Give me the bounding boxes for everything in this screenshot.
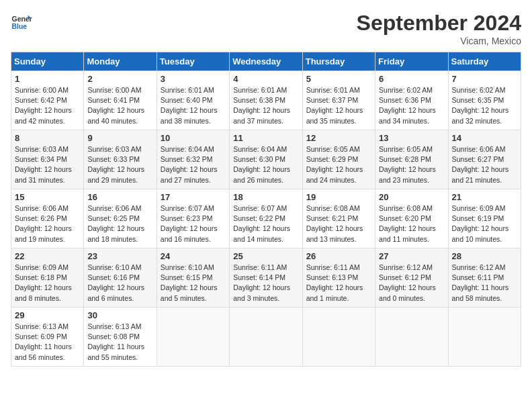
day-number: 22 [15,251,80,261]
day-info: Sunrise: 6:05 AMSunset: 6:29 PMDaylight:… [306,144,371,185]
day-info: Sunrise: 6:00 AMSunset: 6:41 PMDaylight:… [87,85,152,126]
calendar-cell: 1Sunrise: 6:00 AMSunset: 6:42 PMDaylight… [11,71,84,130]
day-number: 1 [15,74,80,84]
day-number: 5 [306,74,371,84]
day-info: Sunrise: 6:07 AMSunset: 6:23 PMDaylight:… [161,203,226,244]
calendar-cell: 11Sunrise: 6:04 AMSunset: 6:30 PMDayligh… [230,130,302,189]
calendar-row: 15Sunrise: 6:06 AMSunset: 6:26 PMDayligh… [11,189,521,248]
day-info: Sunrise: 6:03 AMSunset: 6:33 PMDaylight:… [87,144,152,185]
day-info: Sunrise: 6:01 AMSunset: 6:38 PMDaylight:… [233,85,298,126]
svg-text:Blue: Blue [12,23,28,30]
calendar-cell: 27Sunrise: 6:12 AMSunset: 6:12 PMDayligh… [375,248,448,308]
day-number: 28 [452,251,517,261]
day-info: Sunrise: 6:09 AMSunset: 6:19 PMDaylight:… [452,203,517,244]
day-number: 18 [233,192,298,202]
calendar-cell: 12Sunrise: 6:05 AMSunset: 6:29 PMDayligh… [302,130,375,189]
calendar-cell: 28Sunrise: 6:12 AMSunset: 6:11 PMDayligh… [448,248,521,308]
calendar-cell: 24Sunrise: 6:10 AMSunset: 6:15 PMDayligh… [157,248,229,308]
day-info: Sunrise: 6:06 AMSunset: 6:26 PMDaylight:… [15,203,80,244]
day-number: 19 [306,192,371,202]
calendar-cell: 8Sunrise: 6:03 AMSunset: 6:34 PMDaylight… [11,130,84,189]
calendar-cell: 25Sunrise: 6:11 AMSunset: 6:14 PMDayligh… [230,248,302,308]
day-number: 15 [15,192,80,202]
day-info: Sunrise: 6:02 AMSunset: 6:36 PMDaylight:… [379,85,444,126]
calendar-cell [302,308,375,367]
day-info: Sunrise: 6:04 AMSunset: 6:32 PMDaylight:… [161,144,226,185]
day-number: 27 [379,251,444,261]
col-saturday: Saturday [448,52,521,71]
calendar-cell: 26Sunrise: 6:11 AMSunset: 6:13 PMDayligh… [302,248,375,308]
calendar-cell: 18Sunrise: 6:07 AMSunset: 6:22 PMDayligh… [230,189,302,248]
day-info: Sunrise: 6:07 AMSunset: 6:22 PMDaylight:… [233,203,298,244]
day-number: 25 [233,251,298,261]
day-number: 16 [87,192,152,202]
calendar-row: 8Sunrise: 6:03 AMSunset: 6:34 PMDaylight… [11,130,521,189]
day-number: 20 [379,192,444,202]
col-friday: Friday [375,52,448,71]
day-info: Sunrise: 6:13 AMSunset: 6:09 PMDaylight:… [15,322,80,363]
day-info: Sunrise: 6:06 AMSunset: 6:25 PMDaylight:… [87,203,152,244]
col-tuesday: Tuesday [157,52,229,71]
day-info: Sunrise: 6:12 AMSunset: 6:12 PMDaylight:… [379,263,444,304]
day-info: Sunrise: 6:02 AMSunset: 6:35 PMDaylight:… [452,85,517,126]
day-number: 14 [452,133,517,143]
day-number: 10 [161,133,226,143]
calendar-cell: 21Sunrise: 6:09 AMSunset: 6:19 PMDayligh… [448,189,521,248]
calendar-cell [230,308,302,367]
calendar-cell: 14Sunrise: 6:06 AMSunset: 6:27 PMDayligh… [448,130,521,189]
header: General Blue September 2024 Vicam, Mexic… [11,11,521,46]
day-info: Sunrise: 6:01 AMSunset: 6:37 PMDaylight:… [306,85,371,126]
calendar-cell: 5Sunrise: 6:01 AMSunset: 6:37 PMDaylight… [302,71,375,130]
logo-icon: General Blue [11,11,32,32]
calendar-cell: 13Sunrise: 6:05 AMSunset: 6:28 PMDayligh… [375,130,448,189]
calendar-cell: 23Sunrise: 6:10 AMSunset: 6:16 PMDayligh… [84,248,157,308]
month-title: September 2024 [357,11,521,36]
calendar-cell: 20Sunrise: 6:08 AMSunset: 6:20 PMDayligh… [375,189,448,248]
day-info: Sunrise: 6:04 AMSunset: 6:30 PMDaylight:… [233,144,298,185]
day-number: 9 [87,133,152,143]
calendar-cell: 17Sunrise: 6:07 AMSunset: 6:23 PMDayligh… [157,189,229,248]
day-info: Sunrise: 6:10 AMSunset: 6:15 PMDaylight:… [161,263,226,304]
day-info: Sunrise: 6:11 AMSunset: 6:13 PMDaylight:… [306,263,371,304]
calendar-cell: 19Sunrise: 6:08 AMSunset: 6:21 PMDayligh… [302,189,375,248]
day-info: Sunrise: 6:05 AMSunset: 6:28 PMDaylight:… [379,144,444,185]
day-number: 11 [233,133,298,143]
calendar-cell [448,308,521,367]
col-sunday: Sunday [11,52,84,71]
calendar-row: 29Sunrise: 6:13 AMSunset: 6:09 PMDayligh… [11,308,521,367]
day-number: 4 [233,74,298,84]
day-number: 8 [15,133,80,143]
header-row: Sunday Monday Tuesday Wednesday Thursday… [11,52,521,71]
day-info: Sunrise: 6:13 AMSunset: 6:08 PMDaylight:… [87,322,152,363]
calendar-cell: 3Sunrise: 6:01 AMSunset: 6:40 PMDaylight… [157,71,229,130]
day-number: 24 [161,251,226,261]
calendar-cell: 7Sunrise: 6:02 AMSunset: 6:35 PMDaylight… [448,71,521,130]
day-info: Sunrise: 6:11 AMSunset: 6:14 PMDaylight:… [233,263,298,304]
day-info: Sunrise: 6:09 AMSunset: 6:18 PMDaylight:… [15,263,80,304]
calendar-cell [157,308,229,367]
day-info: Sunrise: 6:01 AMSunset: 6:40 PMDaylight:… [161,85,226,126]
calendar-cell: 29Sunrise: 6:13 AMSunset: 6:09 PMDayligh… [11,308,84,367]
logo: General Blue [11,11,32,32]
col-thursday: Thursday [302,52,375,71]
col-wednesday: Wednesday [230,52,302,71]
calendar-cell: 16Sunrise: 6:06 AMSunset: 6:25 PMDayligh… [84,189,157,248]
day-number: 7 [452,74,517,84]
day-info: Sunrise: 6:08 AMSunset: 6:20 PMDaylight:… [379,203,444,244]
calendar-cell: 6Sunrise: 6:02 AMSunset: 6:36 PMDaylight… [375,71,448,130]
calendar-row: 1Sunrise: 6:00 AMSunset: 6:42 PMDaylight… [11,71,521,130]
calendar-table: Sunday Monday Tuesday Wednesday Thursday… [11,52,521,367]
day-info: Sunrise: 6:06 AMSunset: 6:27 PMDaylight:… [452,144,517,185]
day-number: 13 [379,133,444,143]
calendar-cell: 10Sunrise: 6:04 AMSunset: 6:32 PMDayligh… [157,130,229,189]
day-number: 12 [306,133,371,143]
calendar-cell: 22Sunrise: 6:09 AMSunset: 6:18 PMDayligh… [11,248,84,308]
day-number: 26 [306,251,371,261]
calendar-row: 22Sunrise: 6:09 AMSunset: 6:18 PMDayligh… [11,248,521,308]
day-info: Sunrise: 6:08 AMSunset: 6:21 PMDaylight:… [306,203,371,244]
day-number: 17 [161,192,226,202]
day-info: Sunrise: 6:12 AMSunset: 6:11 PMDaylight:… [452,263,517,304]
calendar-cell: 15Sunrise: 6:06 AMSunset: 6:26 PMDayligh… [11,189,84,248]
calendar-cell: 30Sunrise: 6:13 AMSunset: 6:08 PMDayligh… [84,308,157,367]
calendar-cell: 9Sunrise: 6:03 AMSunset: 6:33 PMDaylight… [84,130,157,189]
